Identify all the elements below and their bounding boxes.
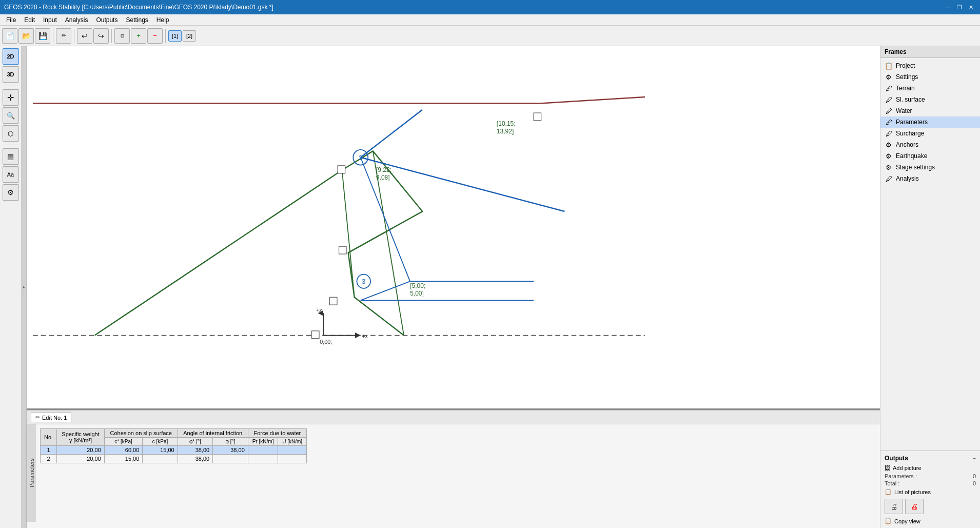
add-picture-button[interactable]: 🖼 Add picture [880,463,980,473]
frames-list: 📋Project⚙Settings🖊Terrain🖊Sl. surface🖊Wa… [880,58,980,451]
frame-item-sl-surface[interactable]: 🖊Sl. surface [880,94,980,105]
frames-header: Frames [880,46,980,58]
frame-label-parameters: Parameters [896,119,928,126]
menu-file[interactable]: File [2,15,20,25]
frame-item-analysis[interactable]: 🖊Analysis [880,173,980,184]
svg-rect-8 [534,113,541,121]
right-panel: Frames 📋Project⚙Settings🖊Terrain🖊Sl. sur… [880,46,980,528]
frame-label-surcharge: Surcharge [896,130,924,137]
menu-settings[interactable]: Settings [122,15,152,25]
stage-2-button[interactable]: [2] [183,30,196,42]
center-area: 2 3 [10,15; 13,92] [9,22; 9,08] [5,00; 5… [27,46,880,528]
menu-analysis[interactable]: Analysis [61,15,92,25]
new-button[interactable]: 📄 [2,28,17,44]
col-friction: Angle of internal friction [178,429,248,438]
frame-icon-anchors: ⚙ [885,141,893,149]
svg-text:3: 3 [362,278,365,285]
menu-help[interactable]: Help [152,15,173,25]
pan-button[interactable]: ✛ [3,89,19,106]
svg-text:[10,15;: [10,15; [497,120,516,127]
canvas-area[interactable]: 2 3 [10,15; 13,92] [9,22; 9,08] [5,00; 5… [27,46,880,410]
frame-item-water[interactable]: 🖊Water [880,105,980,116]
print-button-2[interactable]: 🖨 [905,499,924,514]
params-vertical-label: Parameters [27,424,36,522]
frame-item-settings[interactable]: ⚙Settings [880,71,980,83]
lt-separator-1 [4,86,18,86]
col-phi-star: φ* [°] [178,438,213,446]
frame-item-parameters[interactable]: 🖊Parameters [880,116,980,128]
list-icon: 📋 [885,488,892,495]
stage-minus-button[interactable]: − [147,28,163,44]
select-button[interactable]: ⬡ [3,125,19,142]
edit-tab[interactable]: ✏ Edit No. 1 [31,413,71,422]
frame-item-surcharge[interactable]: 🖊Surcharge [880,128,980,139]
copy-view-icon: 📋 [885,518,892,524]
frame-item-earthquake[interactable]: ⚙Earthquake [880,150,980,162]
frame-label-sl-surface: Sl. surface [896,96,925,103]
view-2d-button[interactable]: 2D [3,48,19,65]
frame-label-stage-settings: Stage settings [896,164,935,171]
stage-plus-button[interactable]: + [131,28,146,44]
menu-input[interactable]: Input [39,15,61,25]
svg-text:[5,00;: [5,00; [410,282,425,289]
frame-label-project: Project [896,62,915,69]
frame-icon-surcharge: 🖊 [885,129,893,138]
bottom-panel: ✏ Edit No. 1 Parameters No. Specific wei… [27,410,880,528]
zoom-button[interactable]: 🔍 [3,107,19,124]
table-row[interactable]: 2 20,00 15,00 38,00 [41,455,307,463]
frame-item-stage-settings[interactable]: ⚙Stage settings [880,162,980,173]
stage-button[interactable]: ⧈ [114,28,130,44]
menu-edit[interactable]: Edit [20,15,39,25]
col-c-star: c* [kPa] [104,438,143,446]
open-button[interactable]: 📂 [18,28,34,44]
save-button[interactable]: 💾 [35,28,50,44]
params-table-container[interactable]: No. Specific weightγ [kN/m³] Cohesion on… [36,424,311,522]
svg-rect-5 [339,246,346,254]
menu-bar: File Edit Input Analysis Outputs Setting… [0,14,980,26]
col-u: U [kN/m] [278,438,307,446]
table-row[interactable]: 1 20,00 60,00 15,00 38,00 38,00 [41,446,307,455]
undo-button[interactable]: ↩ [77,28,92,44]
frame-item-anchors[interactable]: ⚙Anchors [880,139,980,150]
toolbar-separator-4 [165,29,166,43]
frame-label-analysis: Analysis [896,175,919,182]
lt-separator-2 [4,145,18,145]
outputs-collapse-button[interactable]: − [973,456,976,461]
print-row: 🖨 🖨 [880,497,980,516]
svg-text:+x: +x [362,333,368,339]
svg-rect-7 [312,331,319,339]
frame-item-project[interactable]: 📋Project [880,60,980,71]
copy-view-button[interactable]: 📋 Copy view [880,516,980,526]
view-3d-button[interactable]: 3D [3,66,19,83]
collapse-handle[interactable]: ▸ [22,46,27,528]
frame-item-terrain[interactable]: 🖊Terrain [880,83,980,94]
main-layout: 2D 3D ✛ 🔍 ⬡ ▦ Aa ⚙ ▸ [0,46,980,528]
frame-icon-parameters: 🖊 [885,118,893,126]
menu-outputs[interactable]: Outputs [92,15,122,25]
frame-label-settings: Settings [896,73,918,81]
toolbar-separator-1 [53,29,53,43]
col-phi: φ [°] [213,438,248,446]
col-specific-weight: Specific weightγ [kN/m³] [57,429,105,446]
close-button[interactable]: ✕ [966,2,976,12]
print-button-1[interactable]: 🖨 [885,499,903,514]
window-controls: — ❐ ✕ [943,2,976,12]
restore-button[interactable]: ❐ [954,2,965,12]
label-button[interactable]: Aa [3,166,19,183]
redo-button[interactable]: ↪ [93,28,109,44]
edit-button[interactable]: ✏ [56,28,71,44]
svg-text:9,08]: 9,08] [376,174,390,181]
stage-1-button[interactable]: [1] [168,30,182,42]
svg-rect-6 [329,297,337,305]
parameters-count-row: Parameters : 0 [880,473,980,480]
settings-button[interactable]: ⚙ [3,184,19,201]
add-picture-icon: 🖼 [885,465,890,471]
minimize-button[interactable]: — [943,2,953,12]
outputs-header: Outputs − [880,453,980,463]
list-of-pictures-button[interactable]: 📋 List of pictures [880,487,980,497]
table-view-button[interactable]: ▦ [3,148,19,165]
col-cohesion: Cohesion on slip surface [104,429,178,438]
svg-rect-4 [338,166,345,173]
frame-icon-earthquake: ⚙ [885,152,893,160]
left-toolbar: 2D 3D ✛ 🔍 ⬡ ▦ Aa ⚙ [0,46,22,528]
